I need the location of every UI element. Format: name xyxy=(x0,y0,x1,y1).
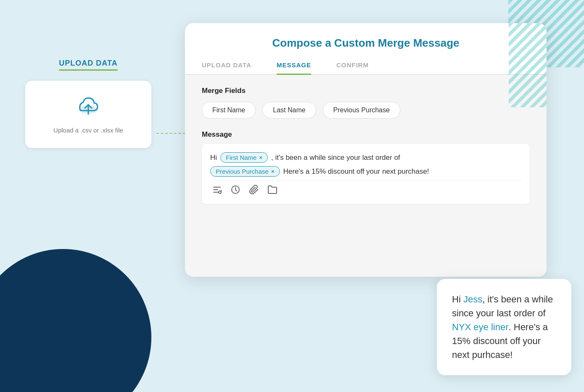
preview-card: Hi Jess, it's been a while since your la… xyxy=(437,279,571,375)
first-name-tag[interactable]: First Name × xyxy=(220,152,268,163)
upload-box-label: Upload a .csv or .xlsx file xyxy=(53,127,123,134)
preview-text-before-name: Hi xyxy=(452,294,463,305)
tab-confirm[interactable]: CONFIRM xyxy=(336,56,369,75)
previous-purchase-tag-label: Previous Purchase xyxy=(216,168,269,175)
svg-line-7 xyxy=(221,191,222,191)
upload-panel-title: UPLOAD DATA xyxy=(59,59,117,71)
modal-container: Compose a Custom Merge Message UPLOAD DA… xyxy=(185,23,547,277)
first-name-tag-close[interactable]: × xyxy=(259,154,262,161)
clock-toolbar-icon[interactable] xyxy=(230,185,240,197)
merge-fields-label: Merge Fields xyxy=(202,87,530,95)
upload-box[interactable]: Upload a .csv or .xlsx file xyxy=(25,81,151,148)
message-section-label: Message xyxy=(202,130,530,139)
preview-name: Jess xyxy=(463,294,482,305)
modal-tabs: UPLOAD DATA MESSAGE CONFIRM xyxy=(185,56,547,75)
message-hi-text: Hi xyxy=(210,154,217,162)
background-circle xyxy=(0,249,151,392)
message-line1-suffix: , it's been a while since your last orde… xyxy=(271,154,400,162)
merge-field-last-name[interactable]: Last Name xyxy=(262,102,316,119)
cloud-upload-icon xyxy=(76,95,101,120)
merge-fields-list: First Name Last Name Previous Purchase xyxy=(202,102,530,119)
message-toolbar xyxy=(210,180,521,199)
message-box[interactable]: Hi First Name × , it's been a while sinc… xyxy=(202,144,530,204)
message-line2-suffix: Here's a 15% discount off your next purc… xyxy=(283,167,429,176)
modal-content: Merge Fields First Name Last Name Previo… xyxy=(185,75,547,277)
tab-upload-data[interactable]: UPLOAD DATA xyxy=(202,56,251,75)
preview-product: NYX eye liner xyxy=(452,322,509,332)
first-name-tag-label: First Name xyxy=(226,154,256,161)
modal-title: Compose a Custom Merge Message xyxy=(202,37,530,50)
merge-field-previous-purchase[interactable]: Previous Purchase xyxy=(323,102,400,119)
svg-rect-5 xyxy=(509,23,547,107)
upload-panel: UPLOAD DATA Upload a .csv or .xlsx file xyxy=(25,59,151,148)
previous-purchase-tag-close[interactable]: × xyxy=(271,168,275,175)
folder-toolbar-icon[interactable] xyxy=(267,185,277,197)
paperclip-toolbar-icon[interactable] xyxy=(249,185,259,197)
merge-fields-toolbar-icon[interactable] xyxy=(212,185,222,197)
merge-field-first-name[interactable]: First Name xyxy=(202,102,256,119)
message-line-1: Hi First Name × , it's been a while sinc… xyxy=(210,152,521,163)
tab-message[interactable]: MESSAGE xyxy=(277,56,311,75)
message-line-2: Previous Purchase × Here's a 15% discoun… xyxy=(210,166,521,177)
previous-purchase-tag[interactable]: Previous Purchase × xyxy=(210,166,280,177)
modal-header: Compose a Custom Merge Message xyxy=(185,23,547,56)
modal-stripe-pattern xyxy=(509,23,547,107)
